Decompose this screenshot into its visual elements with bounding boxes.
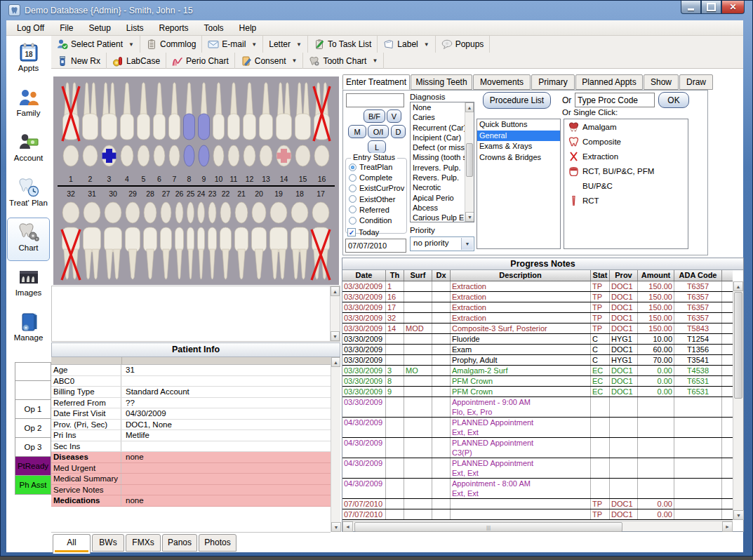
chevron-down-icon[interactable]: ▼ — [461, 238, 473, 250]
sidebar-item-appts[interactable]: 18Appts — [7, 38, 50, 81]
toolbar-label[interactable]: Label▼ — [378, 36, 435, 53]
category-option-general[interactable]: General — [477, 131, 560, 142]
progress-note-row[interactable]: 03/30/20093MOAmalgam-2 SurfECDOC10.00T45… — [342, 366, 733, 376]
tooth-chart-graphic[interactable]: 1234567891011121314151632313029282726252… — [53, 76, 339, 285]
scroll-left-icon[interactable]: ◄ — [342, 521, 353, 532]
diagnosis-scrollbar[interactable]: ▲▼ — [465, 102, 474, 222]
diagnosis-option-necrotic[interactable]: Necrotic — [411, 182, 465, 192]
progress-note-row[interactable]: 03/30/200917ExtractionTPDOC1150.00T6357 — [342, 302, 733, 313]
priority-dropdown[interactable]: no priority ▼ — [410, 236, 474, 251]
column-header-surf[interactable]: Surf — [404, 270, 432, 281]
column-header-th[interactable]: Th — [386, 270, 404, 281]
tab-bws[interactable]: BWs — [92, 534, 124, 552]
surface-button-b-f[interactable]: B/F — [364, 109, 385, 123]
progress-note-row[interactable]: 03/30/20098PFM CrownECDOC10.00T6531 — [342, 376, 733, 387]
progress-note-row[interactable]: 03/30/2009Prophy, AdultCHYG170.00T3541 — [342, 355, 733, 366]
procedure-list-button[interactable]: Procedure List — [483, 92, 551, 109]
category-option-crowns-bridges[interactable]: Crowns & Bridges — [477, 152, 560, 164]
entry-status-option-complete[interactable]: Complete — [349, 173, 392, 182]
progress-note-row[interactable]: 04/30/2009Appointment - 8:00 AMExt, Ext — [342, 479, 733, 499]
diagnosis-option-irrevers-pulp[interactable]: Irrevers. Pulp. — [411, 163, 465, 173]
scroll-up-icon[interactable]: ▲ — [331, 286, 340, 296]
procedure-category-list[interactable]: Quick ButtonsGeneralExams & XraysCrowns … — [477, 119, 561, 249]
operatory-cell-op-2[interactable]: Op 2 — [15, 419, 51, 438]
progress-note-row[interactable]: 03/30/2009Appointment - 9:00 AMFlo, Ex, … — [342, 397, 733, 418]
progress-note-row[interactable]: 04/30/2009PLANNED AppointmentExt, Ext — [342, 418, 733, 438]
scroll-down-icon[interactable]: ▼ — [465, 212, 474, 222]
scroll-thumb[interactable] — [466, 143, 473, 177]
diagnosis-option-caries[interactable]: Caries — [411, 112, 465, 122]
scroll-up-icon[interactable]: ▲ — [465, 102, 474, 112]
tab-movements[interactable]: Movements — [473, 74, 531, 90]
diagnosis-option-apical-perio[interactable]: Apical Perio — [411, 193, 465, 203]
menu-lists[interactable]: Lists — [119, 22, 152, 34]
entry-status-option-referred[interactable]: Referred — [349, 206, 389, 214]
chevron-down-icon[interactable]: ▼ — [291, 58, 297, 64]
chevron-down-icon[interactable]: ▼ — [372, 58, 378, 64]
progress-note-row[interactable]: 07/07/2010TPDOC10.00 — [342, 499, 733, 509]
menu-reports[interactable]: Reports — [152, 22, 196, 34]
tab-draw[interactable]: Draw — [679, 74, 713, 90]
scroll-up-icon[interactable]: ▲ — [331, 357, 340, 367]
quick-proc-rct[interactable]: RCT — [564, 193, 688, 208]
tab-photos[interactable]: Photos — [199, 534, 236, 552]
diagnosis-option-carious-pulp-e[interactable]: Carious Pulp E — [411, 213, 465, 222]
tab-enter-treatment[interactable]: Enter Treatment — [342, 74, 410, 90]
category-option-quick-buttons[interactable]: Quick Buttons — [477, 119, 560, 131]
procedure-entry-box[interactable] — [346, 93, 404, 107]
menu-file[interactable]: File — [52, 22, 81, 34]
chevron-down-icon[interactable]: ▼ — [251, 41, 257, 48]
sidebar-item-account[interactable]: Account — [7, 128, 50, 171]
toolbar-labcase[interactable]: LabCase — [107, 53, 166, 69]
surface-button-m[interactable]: M — [348, 125, 366, 138]
column-header-description[interactable]: Description — [451, 270, 591, 281]
progress-notes-vertical-scrollbar[interactable]: ▲▼ — [733, 281, 743, 520]
menu-help[interactable]: Help — [232, 22, 265, 34]
scroll-down-icon[interactable]: ▼ — [331, 331, 340, 341]
procedure-date-field[interactable] — [345, 239, 406, 253]
tab-missing-teeth[interactable]: Missing Teeth — [411, 74, 472, 90]
diagnosis-option-recurrent-car[interactable]: Recurrent (Car) — [411, 123, 465, 133]
sidebar-item-images[interactable]: Images — [7, 262, 50, 306]
tab-primary[interactable]: Primary — [531, 74, 575, 90]
diagnosis-option-revers-pulp[interactable]: Revers. Pulp. — [411, 173, 465, 182]
diagnosis-option-defect-or-miss[interactable]: Defect (or miss — [411, 142, 465, 152]
tab-show[interactable]: Show — [644, 74, 679, 90]
toolbar-consent[interactable]: Consent▼ — [235, 53, 304, 69]
tab-fmxs[interactable]: FMXs — [126, 534, 161, 552]
scroll-right-icon[interactable]: ► — [722, 521, 733, 532]
quick-proc-rct-bu-p-c-pfm[interactable]: RCT, BU/P&C, PFM — [564, 164, 688, 178]
menu-log-off[interactable]: Log Off — [9, 22, 52, 34]
today-checkbox[interactable]: ✓ — [347, 228, 356, 236]
column-header-ada-code[interactable]: ADA Code — [674, 270, 722, 281]
progress-note-row[interactable]: 03/30/20091ExtractionTPDOC1150.00T6357 — [342, 281, 733, 292]
entry-status-option-condition[interactable]: Condition — [349, 216, 392, 225]
diagnosis-list[interactable]: NoneCariesRecurrent (Car)Incipient (Car)… — [410, 102, 474, 222]
status-cell-ptready[interactable]: PtReady — [15, 457, 51, 476]
diagnosis-option-missing-tooth-s[interactable]: Missing (tooth s — [411, 152, 465, 162]
proc-code-input[interactable] — [575, 93, 655, 107]
scroll-down-icon[interactable]: ▼ — [331, 522, 341, 532]
sidebar-item-chart[interactable]: Chart — [7, 218, 50, 261]
entry-status-option-existother[interactable]: ExistOther — [349, 195, 395, 204]
quick-proc-composite[interactable]: Composite — [564, 134, 688, 149]
minimize-button[interactable] — [681, 1, 701, 14]
entry-status-option-treatplan[interactable]: TreatPlan — [349, 163, 392, 171]
toolbar-to-task-list[interactable]: To Task List — [308, 36, 378, 53]
surface-button-d[interactable]: D — [391, 125, 406, 138]
chevron-down-icon[interactable]: ▼ — [296, 41, 302, 48]
toolbar-commlog[interactable]: Commlog — [140, 36, 202, 53]
tab-panos[interactable]: Panos — [162, 534, 197, 552]
patient-info-scrollbar[interactable]: ▲▼ — [331, 357, 340, 532]
operatory-cell-op-1[interactable]: Op 1 — [15, 400, 51, 419]
progress-note-row[interactable]: 03/30/20099PFM CrownECDOC10.00T6531 — [342, 387, 733, 397]
toolbar-letter[interactable]: Letter▼ — [263, 36, 308, 53]
close-button[interactable]: ✕ — [721, 1, 745, 14]
chevron-down-icon[interactable]: ▼ — [128, 41, 134, 48]
surface-button-l[interactable]: L — [368, 140, 386, 154]
sidebar-item-treat-plan[interactable]: Treat' Plan — [7, 173, 50, 216]
toolbar-select-patient[interactable]: Select Patient▼ — [51, 36, 140, 53]
operatory-cell-op-3[interactable]: Op 3 — [15, 438, 51, 457]
progress-note-row[interactable]: 04/30/2009PLANNED AppointmentC3(P) — [342, 438, 733, 458]
toolbar-popups[interactable]: Popups — [436, 36, 491, 53]
